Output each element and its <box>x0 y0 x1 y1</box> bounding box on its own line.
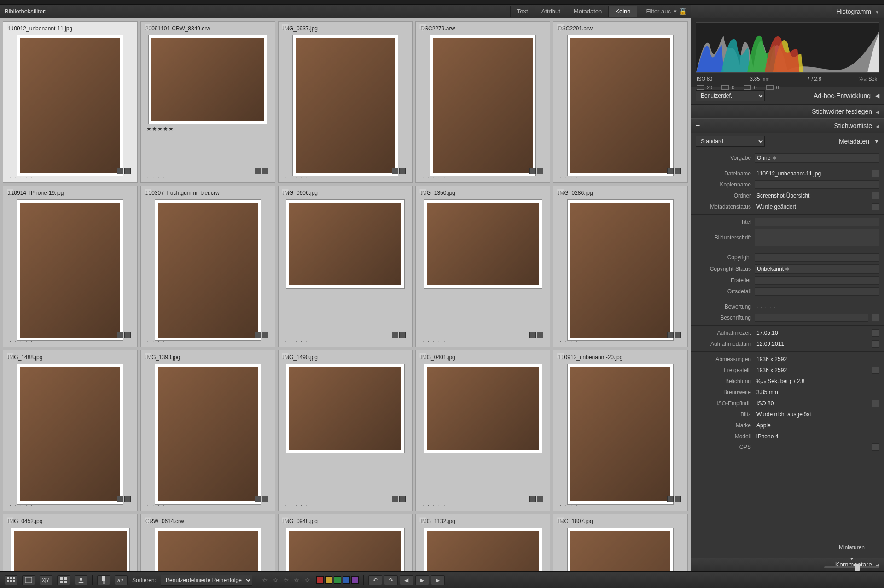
filter-hint[interactable]: Filter aus ▾ 🔒 <box>646 8 686 15</box>
thumbnail-cell[interactable]: 100307_fruchtgummi_bier.crw· · · · · <box>140 186 275 347</box>
thumbnail-image[interactable] <box>424 200 542 288</box>
filter-tab-keine[interactable]: Keine <box>608 6 637 17</box>
panel-histogram-header[interactable]: Histogramm▼ <box>691 5 884 18</box>
meta-title-v[interactable] <box>755 218 879 226</box>
color-swatch[interactable] <box>325 576 332 584</box>
thumbnail-cell[interactable]: IMG_1132.jpg· · · · · <box>415 514 550 571</box>
sort-select[interactable]: Benutzerdefinierte Reihenfolge <box>161 575 252 586</box>
thumbnail-rating-dots[interactable]: · · · · · <box>560 339 584 344</box>
thumbnail-image[interactable] <box>149 35 267 124</box>
thumbnail-cell[interactable]: DSC2291.arw· · · · · <box>553 21 688 183</box>
meta-caption-v[interactable] <box>755 229 879 246</box>
meta-label-v[interactable] <box>755 314 868 322</box>
thumbnail-size-slider[interactable] <box>824 566 879 568</box>
thumbnail-cell[interactable]: IMG_0401.jpg· · · · · <box>415 350 550 512</box>
meta-copyright-v[interactable] <box>755 253 879 262</box>
color-swatch[interactable] <box>343 576 350 584</box>
thumbnail-image[interactable] <box>568 364 673 505</box>
panel-keywording-header[interactable]: Stichwörter festlegen◀ <box>691 105 884 118</box>
people-view-button[interactable] <box>75 575 87 585</box>
thumbnail-image[interactable] <box>17 35 123 176</box>
panel-metadata-title[interactable]: Metadaten <box>839 138 869 145</box>
thumbnail-cell[interactable]: IMG_0606.jpg· · · · · <box>278 186 413 347</box>
thumbnail-rating-dots[interactable]: · · · · · <box>10 339 34 344</box>
thumbnail-cell[interactable]: IMG_1488.jpg· · · · · <box>3 350 138 512</box>
goto-icon[interactable] <box>872 329 879 337</box>
thumbnail-cell[interactable]: CRW_0614.crw· · · · · <box>140 514 275 571</box>
sort-direction-button[interactable]: a z <box>115 575 128 585</box>
prev-button[interactable]: ◀ <box>400 575 413 585</box>
meta-rating-v[interactable]: ····· <box>755 303 879 311</box>
thumbnail-cell[interactable]: 110912_unbenannt-20.jpg· · · · · <box>553 350 688 512</box>
meta-copystatus-v[interactable]: Unbekannt <box>755 264 879 274</box>
meta-preset-v[interactable]: Ohne <box>755 153 879 163</box>
thumbnail-image[interactable] <box>155 364 261 505</box>
thumbnail-rating-dots[interactable]: · · · · · <box>10 175 34 180</box>
chevron-down-icon[interactable]: ▾ <box>850 555 853 562</box>
thumbnail-cell[interactable]: 110914_IPhone-19.jpg· · · · · <box>3 186 138 347</box>
thumbnail-cell[interactable]: IMG_0286.jpg· · · · · <box>553 186 688 347</box>
filter-tab-attribut[interactable]: Attribut <box>535 6 567 17</box>
filter-tab-metadaten[interactable]: Metadaten <box>567 6 608 17</box>
thumbnail-cell[interactable]: 110912_unbenannt-11.jpg· · · · · <box>3 21 138 183</box>
lock-icon[interactable]: 🔒 <box>680 8 686 15</box>
thumbnail-image[interactable] <box>155 200 261 340</box>
thumbnail-cell[interactable]: IMG_0452.jpg· · · · · <box>3 514 138 571</box>
goto-icon[interactable] <box>872 314 879 321</box>
thumbnail-cell[interactable]: IMG_0948.jpg· · · · · <box>278 514 413 571</box>
thumbnail-rating-dots[interactable]: · · · · · <box>422 339 446 344</box>
thumbnail-rating-dots[interactable]: · · · · · <box>560 175 584 180</box>
thumbnail-image[interactable] <box>286 364 404 453</box>
goto-icon[interactable] <box>872 443 879 451</box>
thumbnail-image[interactable] <box>11 528 129 571</box>
thumbnail-image[interactable] <box>568 528 673 571</box>
goto-icon[interactable] <box>872 203 879 210</box>
thumbnail-rating-dots[interactable]: · · · · · <box>422 175 446 180</box>
thumbnail-cell[interactable]: IMG_1393.jpg· · · · · <box>140 350 275 512</box>
rating-filter[interactable]: ☆ ☆ ☆ ☆ ☆ <box>262 576 312 584</box>
filter-tab-text[interactable]: Text <box>510 6 535 17</box>
panel-adhoc-title[interactable]: Ad-hoc-Entwicklung <box>814 92 871 99</box>
goto-icon[interactable] <box>872 340 879 348</box>
thumbnail-rating-dots[interactable]: · · · · · <box>147 339 171 344</box>
color-swatch[interactable] <box>351 576 359 584</box>
thumbnail-stars[interactable]: ★★★★★ <box>144 126 272 132</box>
thumbnail-cell[interactable]: IMG_1350.jpg· · · · · <box>415 186 550 347</box>
thumbnail-rating-dots[interactable]: · · · · · <box>147 503 171 508</box>
rotate-cw-button[interactable]: ↷ <box>384 575 398 585</box>
next-button[interactable]: ▶ <box>431 575 445 585</box>
meta-copyname-v[interactable] <box>755 180 879 189</box>
thumbnail-image[interactable] <box>17 200 123 340</box>
grid-view-button[interactable] <box>5 575 17 585</box>
goto-icon[interactable] <box>872 170 879 177</box>
goto-icon[interactable] <box>872 192 879 199</box>
thumbnail-cell[interactable]: DSC2279.arw· · · · · <box>415 21 550 183</box>
thumbnail-rating-dots[interactable]: · · · · · <box>10 503 34 508</box>
meta-creator-v[interactable] <box>755 276 879 285</box>
thumbnail-cell[interactable]: IMG_1490.jpg· · · · · <box>278 350 413 512</box>
thumbnail-image[interactable] <box>293 35 398 176</box>
thumbnail-image[interactable] <box>155 528 261 571</box>
thumbnail-image[interactable] <box>286 528 404 571</box>
thumbnail-rating-dots[interactable]: · · · · · <box>285 175 309 180</box>
thumbnail-rating-dots[interactable]: · · · · · <box>285 503 309 508</box>
survey-view-button[interactable] <box>57 575 70 585</box>
thumbnail-cell[interactable]: 20091101-CRW_8349.crw★★★★★· · · · · <box>140 21 275 183</box>
thumbnail-cell[interactable]: IMG_0937.jpg· · · · · <box>278 21 413 183</box>
thumbnail-image[interactable] <box>17 364 123 505</box>
thumbnail-image[interactable] <box>424 528 542 571</box>
thumbnail-image[interactable] <box>424 364 542 453</box>
color-swatch[interactable] <box>334 576 341 584</box>
thumbnail-image[interactable] <box>286 200 404 288</box>
thumbnail-rating-dots[interactable]: · · · · · <box>147 175 171 180</box>
compare-view-button[interactable]: X|Y <box>40 575 52 585</box>
goto-icon[interactable] <box>872 367 879 374</box>
rotate-ccw-button[interactable]: ↶ <box>368 575 382 585</box>
thumbnail-rating-dots[interactable]: · · · · · <box>560 503 584 508</box>
thumbnail-rating-dots[interactable]: · · · · · <box>285 339 309 344</box>
adhoc-select[interactable]: Benutzerdef. <box>696 90 765 101</box>
thumbnail-grid-wrap[interactable]: 110912_unbenannt-11.jpg· · · · ·20091101… <box>0 18 691 571</box>
goto-icon[interactable] <box>872 400 879 407</box>
play-button[interactable]: ▶ <box>415 575 429 585</box>
panel-keywordlist-header[interactable]: + Stichwortliste◀ <box>691 118 884 133</box>
